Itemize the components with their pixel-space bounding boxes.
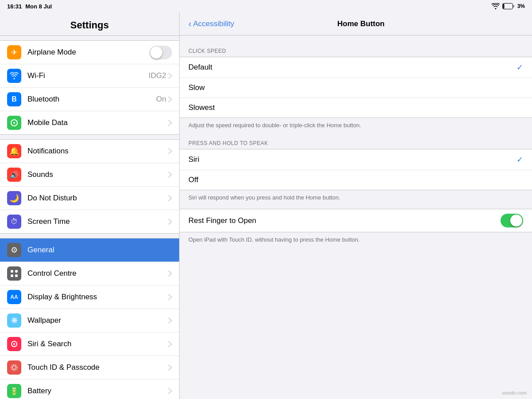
- donotdisturb-icon: 🌙: [7, 191, 21, 205]
- watermark: wsxdn.com: [502, 390, 527, 395]
- chevron-right-icon: [168, 219, 172, 225]
- sidebar-item-controlcentre[interactable]: Control Centre: [0, 262, 179, 286]
- content-scroll[interactable]: CLICK SPEED Default ✓ Slow Slowest Adjus…: [180, 35, 532, 399]
- option-slowest[interactable]: Slowest: [180, 98, 532, 117]
- sidebar-item-label: Mobile Data: [27, 118, 168, 127]
- airplane-toggle[interactable]: [149, 46, 172, 59]
- option-slow[interactable]: Slow: [180, 78, 532, 98]
- checkmark-icon: ✓: [516, 63, 523, 72]
- sidebar-title: Settings: [9, 20, 170, 31]
- section-label-clickspeed: CLICK SPEED: [180, 44, 532, 57]
- sidebar-item-label: Touch ID & Passcode: [27, 363, 168, 372]
- sidebar-item-donotdisturb[interactable]: 🌙 Do Not Disturb: [0, 187, 179, 210]
- wallpaper-icon: ❋: [7, 313, 21, 328]
- wifi-settings-icon: [7, 69, 21, 83]
- sidebar-item-wifi[interactable]: Wi-Fi IDG2: [0, 64, 179, 88]
- sidebar-item-touchid[interactable]: Touch ID & Passcode: [0, 356, 179, 379]
- sidebar-item-mobiledata[interactable]: Mobile Data: [0, 111, 179, 134]
- bluetooth-value: On: [156, 95, 166, 104]
- sidebar-item-general[interactable]: ⚙ General: [0, 239, 179, 262]
- click-speed-options: Default ✓ Slow Slowest: [180, 57, 532, 118]
- svg-point-11: [12, 366, 16, 369]
- option-label: Slowest: [188, 103, 523, 112]
- presshold-description: Siri will respond when you press and hol…: [180, 190, 532, 209]
- clickspeed-description: Adjust the speed required to double- or …: [180, 118, 532, 137]
- sidebar-item-label: Screen Time: [27, 217, 168, 226]
- svg-point-4: [13, 122, 15, 124]
- back-button[interactable]: ‹ Accessibility: [188, 19, 234, 29]
- back-label: Accessibility: [193, 20, 235, 28]
- content-area: ‹ Accessibility Home Button CLICK SPEED …: [180, 12, 532, 399]
- sidebar-item-bluetooth[interactable]: B Bluetooth On: [0, 88, 179, 111]
- sidebar-item-airplane[interactable]: ✈ Airplane Mode: [0, 41, 179, 64]
- sidebar-item-notifications[interactable]: 🔔 Notifications: [0, 140, 179, 163]
- toggle-knob: [150, 47, 162, 59]
- sidebar-section-general: ⚙ General Control Centre: [0, 238, 179, 399]
- siri-icon: [7, 337, 21, 351]
- sidebar-item-sounds[interactable]: 🔊 Sounds: [0, 163, 179, 187]
- battery-icon: [502, 3, 515, 9]
- sidebar-section-system: 🔔 Notifications 🔊 Sounds: [0, 139, 179, 234]
- display-icon: AA: [7, 290, 21, 304]
- chevron-right-icon: [168, 120, 172, 126]
- content-title: Home Button: [234, 20, 488, 28]
- svg-point-10: [13, 343, 15, 345]
- option-label: Default: [188, 63, 516, 72]
- touchid-icon: [7, 360, 21, 375]
- notifications-icon: 🔔: [7, 144, 21, 158]
- option-default[interactable]: Default ✓: [180, 57, 532, 78]
- status-bar: 16:31 Mon 8 Jul 3%: [0, 0, 532, 12]
- option-siri[interactable]: Siri ✓: [180, 149, 532, 170]
- battery-settings-icon: 🔋: [7, 384, 21, 398]
- sidebar-item-battery[interactable]: 🔋 Battery: [0, 379, 179, 399]
- option-off[interactable]: Off: [180, 170, 532, 190]
- sidebar-item-label: Display & Brightness: [27, 293, 168, 301]
- option-label: Off: [188, 176, 523, 184]
- chevron-right-icon: [168, 364, 172, 371]
- status-bar-left: 16:31 Mon 8 Jul: [7, 3, 52, 10]
- sidebar-section-network: ✈ Airplane Mode: [0, 40, 179, 135]
- content-header: ‹ Accessibility Home Button: [180, 12, 532, 35]
- sidebar-item-label: Sounds: [27, 170, 168, 179]
- sidebar-item-label: Airplane Mode: [27, 48, 149, 57]
- sidebar: Settings ✈ Airplane Mode: [0, 12, 180, 399]
- sidebar-item-sirisearch[interactable]: Siri & Search: [0, 332, 179, 356]
- option-label: Slow: [188, 83, 523, 92]
- sidebar-item-wallpaper[interactable]: ❋ Wallpaper: [0, 309, 179, 332]
- status-bar-right: 3%: [492, 3, 525, 9]
- svg-rect-7: [11, 274, 13, 277]
- sidebar-list[interactable]: ✈ Airplane Mode: [0, 36, 179, 399]
- sidebar-item-label: Notifications: [27, 147, 168, 156]
- status-date: Mon 8 Jul: [25, 3, 52, 10]
- chevron-right-icon: [168, 172, 172, 178]
- chevron-right-icon: [168, 317, 172, 324]
- sidebar-item-screentime[interactable]: ⏱ Screen Time: [0, 210, 179, 233]
- svg-rect-6: [15, 270, 18, 273]
- section-label-presshold: PRESS AND HOLD TO SPEAK: [180, 137, 532, 149]
- rest-finger-toggle[interactable]: [501, 214, 523, 227]
- svg-point-12: [11, 364, 17, 371]
- sounds-icon: 🔊: [7, 168, 21, 182]
- toggle-row-label: Rest Finger to Open: [188, 216, 501, 225]
- svg-rect-2: [513, 5, 514, 8]
- wifi-value: IDG2: [149, 71, 166, 80]
- sidebar-item-label: Control Centre: [27, 269, 168, 278]
- chevron-right-icon: [168, 96, 172, 102]
- svg-rect-5: [11, 270, 13, 273]
- svg-rect-1: [503, 4, 504, 9]
- sidebar-item-displaybrightness[interactable]: AA Display & Brightness: [0, 286, 179, 309]
- chevron-right-icon: [168, 294, 172, 300]
- wifi-icon: [492, 3, 500, 9]
- chevron-right-icon: [168, 73, 172, 79]
- toggle-knob: [510, 215, 522, 227]
- sidebar-header: Settings: [0, 12, 179, 36]
- chevron-right-icon: [168, 341, 172, 347]
- svg-rect-8: [15, 274, 18, 277]
- sidebar-item-label: Do Not Disturb: [27, 194, 168, 203]
- option-label: Siri: [188, 155, 516, 164]
- general-icon: ⚙: [7, 243, 21, 257]
- bluetooth-icon: B: [7, 92, 21, 106]
- chevron-right-icon: [168, 195, 172, 201]
- sidebar-item-label: Wi-Fi: [27, 71, 149, 80]
- controlcentre-icon: [7, 266, 21, 281]
